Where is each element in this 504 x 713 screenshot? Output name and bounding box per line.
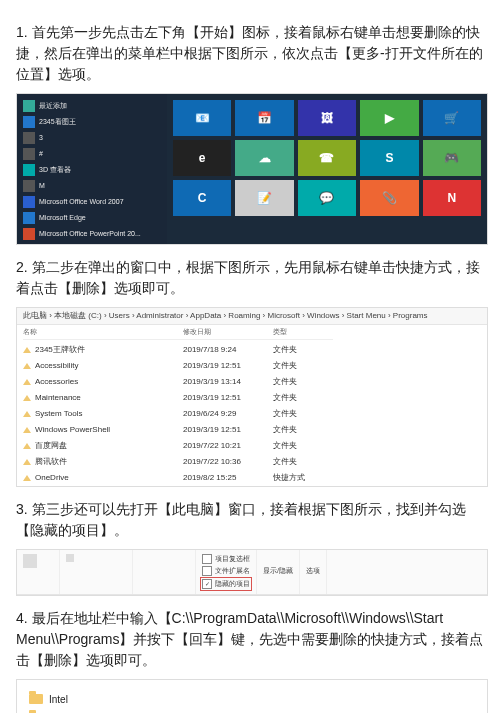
- startmenu-app-item[interactable]: 2345看图王: [17, 114, 167, 130]
- figure-c-drive-folders: IntelMSOCachePerfLogsProgram FilesProgra…: [16, 679, 488, 714]
- folder-item[interactable]: Intel: [29, 692, 475, 707]
- startmenu-app-item[interactable]: #: [17, 146, 167, 162]
- view-checkbox-项目复选框[interactable]: 项目复选框: [202, 554, 250, 565]
- file-type: 文件夹: [273, 344, 333, 356]
- column-header[interactable]: 修改日期: [183, 327, 273, 340]
- start-tile[interactable]: 📎: [360, 180, 418, 216]
- start-tile[interactable]: 📅: [235, 100, 293, 136]
- figure-startmenu: 最近添加2345看图王3#3D 查看器MMicrosoft Office Wor…: [16, 93, 488, 245]
- start-tile[interactable]: ▶: [360, 100, 418, 136]
- app-icon: [23, 196, 35, 208]
- startmenu-app-list: 最近添加2345看图王3#3D 查看器MMicrosoft Office Wor…: [17, 94, 167, 244]
- app-icon: [23, 164, 35, 176]
- shortcut-icon: [23, 427, 31, 433]
- checkbox-icon: [202, 554, 212, 564]
- start-tile[interactable]: C: [173, 180, 231, 216]
- startmenu-app-item[interactable]: M: [17, 178, 167, 194]
- file-row[interactable]: Windows PowerShell2019/3/19 12:51文件夹: [17, 422, 487, 438]
- start-tile[interactable]: 📧: [173, 100, 231, 136]
- startmenu-app-item[interactable]: 3D 查看器: [17, 162, 167, 178]
- column-header[interactable]: 名称: [23, 327, 183, 340]
- checkbox-label: 项目复选框: [215, 554, 250, 565]
- file-name: 2345王牌软件: [35, 344, 85, 356]
- file-row[interactable]: OneDrive2019/8/2 15:25快捷方式: [17, 470, 487, 486]
- file-row[interactable]: Accessibility2019/3/19 12:51文件夹: [17, 358, 487, 374]
- app-label: 3: [39, 133, 43, 144]
- file-row[interactable]: 腾讯软件2019/7/22 10:36文件夹: [17, 454, 487, 470]
- file-date: 2019/3/19 12:51: [183, 424, 273, 436]
- file-name: OneDrive: [35, 472, 69, 484]
- startmenu-tile-grid: 📧📅🖼▶🛒e☁☎S🎮C📝💬📎N: [167, 94, 487, 244]
- view-checkbox-文件扩展名[interactable]: 文件扩展名: [202, 566, 250, 577]
- app-label: 2345看图王: [39, 117, 76, 128]
- app-label: 最近添加: [39, 101, 67, 112]
- start-tile[interactable]: N: [423, 180, 481, 216]
- file-date: 2019/7/22 10:36: [183, 456, 273, 468]
- file-type: 文件夹: [273, 424, 333, 436]
- step4-text: 4. 最后在地址栏中输入【C:\\ProgramData\\Microsoft\…: [16, 608, 488, 671]
- file-date: 2019/3/19 12:51: [183, 360, 273, 372]
- file-type: 文件夹: [273, 360, 333, 372]
- file-row[interactable]: System Tools2019/6/24 9:29文件夹: [17, 406, 487, 422]
- app-label: Microsoft Office Word 2007: [39, 197, 124, 208]
- startmenu-app-item[interactable]: Microsoft Office PowerPoint 20...: [17, 226, 167, 242]
- view-checkbox-隐藏的项目[interactable]: ✓隐藏的项目: [202, 579, 250, 590]
- start-tile[interactable]: e: [173, 140, 231, 176]
- shortcut-icon: [23, 363, 31, 369]
- start-tile[interactable]: S: [360, 140, 418, 176]
- startmenu-app-item[interactable]: 最近添加: [17, 98, 167, 114]
- file-date: 2019/3/19 13:14: [183, 376, 273, 388]
- startmenu-app-item[interactable]: Microsoft Office Word 2007: [17, 194, 167, 210]
- figure-ribbon-view: 项目复选框文件扩展名✓隐藏的项目 显示/隐藏 选项: [16, 549, 488, 596]
- app-icon: [23, 100, 35, 112]
- file-type: 文件夹: [273, 376, 333, 388]
- file-name: System Tools: [35, 408, 82, 420]
- checkbox-label: 文件扩展名: [215, 566, 250, 577]
- file-type: 文件夹: [273, 456, 333, 468]
- shortcut-icon: [23, 395, 31, 401]
- start-tile[interactable]: 📝: [235, 180, 293, 216]
- startmenu-app-item[interactable]: Microsoft Store: [17, 242, 167, 244]
- start-tile[interactable]: ☎: [298, 140, 356, 176]
- breadcrumb[interactable]: 此电脑 › 本地磁盘 (C:) › Users › Administrator …: [17, 308, 487, 325]
- start-tile[interactable]: 🖼: [298, 100, 356, 136]
- checkbox-icon: ✓: [202, 579, 212, 589]
- file-row[interactable]: Maintenance2019/3/19 12:51文件夹: [17, 390, 487, 406]
- ribbon-group-label: 显示/隐藏: [263, 566, 293, 577]
- shortcut-icon: [23, 459, 31, 465]
- app-icon: [23, 116, 35, 128]
- nav-pane-icon: [23, 554, 37, 568]
- column-header[interactable]: 类型: [273, 327, 333, 340]
- app-icon: [23, 228, 35, 240]
- start-tile[interactable]: 🎮: [423, 140, 481, 176]
- start-tile[interactable]: 💬: [298, 180, 356, 216]
- file-row[interactable]: 2345王牌软件2019/7/18 9:24文件夹: [17, 342, 487, 358]
- app-icon: [23, 212, 35, 224]
- file-type: 文件夹: [273, 440, 333, 452]
- file-row[interactable]: 百度网盘2019/7/22 10:21文件夹: [17, 438, 487, 454]
- checkbox-label: 隐藏的项目: [215, 579, 250, 590]
- shortcut-icon: [23, 347, 31, 353]
- shortcut-icon: [23, 411, 31, 417]
- checkbox-icon: [202, 566, 212, 576]
- ribbon-options-button[interactable]: 选项: [306, 566, 320, 577]
- app-icon: [23, 148, 35, 160]
- shortcut-icon: [23, 443, 31, 449]
- folder-label: Intel: [49, 692, 68, 707]
- start-tile[interactable]: 🛒: [423, 100, 481, 136]
- folder-icon: [29, 694, 43, 704]
- file-date: 2019/7/22 10:21: [183, 440, 273, 452]
- app-label: M: [39, 181, 45, 192]
- start-tile[interactable]: ☁: [235, 140, 293, 176]
- figure-explorer-programs: 此电脑 › 本地磁盘 (C:) › Users › Administrator …: [16, 307, 488, 487]
- file-date: 2019/6/24 9:29: [183, 408, 273, 420]
- file-name: Accessibility: [35, 360, 79, 372]
- app-icon: [23, 180, 35, 192]
- file-type: 文件夹: [273, 392, 333, 404]
- startmenu-app-item[interactable]: 3: [17, 130, 167, 146]
- file-name: Windows PowerShell: [35, 424, 110, 436]
- file-row[interactable]: Accessories2019/3/19 13:14文件夹: [17, 374, 487, 390]
- app-label: Microsoft Office PowerPoint 20...: [39, 229, 141, 240]
- step2-text: 2. 第二步在弹出的窗口中，根据下图所示，先用鼠标右键单击快捷方式，接着点击【删…: [16, 257, 488, 299]
- startmenu-app-item[interactable]: Microsoft Edge: [17, 210, 167, 226]
